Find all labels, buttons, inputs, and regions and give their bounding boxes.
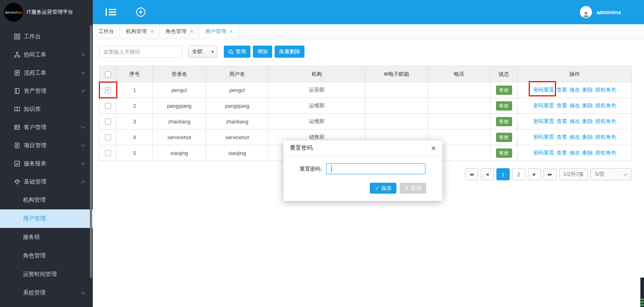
search-input[interactable] [99,46,182,58]
delete-link[interactable]: 删除 [582,118,593,124]
row-checkbox[interactable] [105,134,111,140]
cell-username: pangqiang [206,98,269,114]
batch-delete-button[interactable]: 批量删除 [275,46,304,58]
header-org: 机构 [269,66,365,82]
submenu-item-org-management[interactable]: 机构管理 [0,191,93,209]
edit-link[interactable]: 修改 [569,150,580,156]
select-all-checkbox[interactable] [105,71,111,77]
brand-logo[interactable]: Servicehot [4,3,23,22]
brand-area: Servicehot IT服务运营管理平台 [0,0,93,24]
reset-password-link[interactable]: 密码重置 [533,87,554,93]
x-icon: ✕ [404,185,409,191]
add-button[interactable]: 增加 [253,46,272,58]
table-row[interactable]: ✓ 1 pengcl pengcl 运营部 有效 密码重置查看修改删除授权角色 [100,82,632,98]
edit-link[interactable]: 修改 [569,134,580,140]
header-login: 登录名 [153,66,206,82]
submenu-item-role-management[interactable]: 角色管理 [0,246,93,265]
reset-password-link[interactable]: 密码重置 [533,134,554,140]
query-button[interactable]: 查询 [224,46,250,58]
cell-login: pangqiang [153,98,206,114]
close-icon[interactable]: × [190,29,193,34]
tab-workbench[interactable]: 工作台 [93,24,120,39]
cell-login: xiaojing [153,145,206,161]
grant-role-link[interactable]: 授权角色 [595,134,616,140]
sidebar-item-assets[interactable]: 资产管理 [0,82,93,100]
sidebar-item-projects[interactable]: 项目管理 [0,136,93,155]
grant-role-link[interactable]: 授权角色 [595,87,616,93]
grant-role-link[interactable]: 授权角色 [595,102,616,109]
grant-role-link[interactable]: 授权角色 [595,150,616,156]
submenu-item-operation-time[interactable]: 运营时间管理 [0,265,93,284]
delete-link[interactable]: 删除 [582,134,593,140]
sidebar-item-label: 基础管理 [24,178,82,186]
sidebar-item-process-tickets[interactable]: 流程工单 [0,64,93,82]
cell-actions: 密码重置查看修改删除授权角色 [518,82,632,98]
close-icon[interactable]: × [150,29,154,34]
row-checkbox[interactable] [105,119,111,125]
view-link[interactable]: 查看 [556,150,567,156]
sidebar-item-reports[interactable]: 服务报表 [0,155,93,173]
reset-password-link[interactable]: 密码重置 [533,102,554,109]
delete-link[interactable]: 删除 [582,150,593,156]
edit-link[interactable]: 修改 [569,118,580,124]
grant-role-link[interactable]: 授权角色 [595,118,616,124]
save-button[interactable]: ✓ 保存 [370,183,396,194]
table-row[interactable]: 3 zhanliang zhanliang 运维部 有效 密码重置查看修改删除授… [100,114,632,129]
modal-body: 重置密码: [283,156,442,177]
cell-email [365,114,428,129]
page-button-1[interactable]: 1 [496,168,510,180]
row-checkbox-checked[interactable]: ✓ [105,87,111,93]
close-icon[interactable]: × [229,29,233,34]
reset-password-input[interactable] [326,163,425,174]
filter-select[interactable]: 全部 ▾ [188,46,217,58]
cell-login: pengcl [153,82,206,98]
add-new-icon[interactable] [136,7,146,17]
view-link[interactable]: 查看 [556,102,567,109]
view-link[interactable]: 查看 [556,87,567,93]
delete-link[interactable]: 删除 [582,87,593,93]
avatar[interactable] [580,6,592,18]
sidebar-item-workbench[interactable]: 工作台 [0,27,93,46]
sidebar-item-basic-management[interactable]: 基础管理 [0,173,93,191]
tab-user-management[interactable]: 用户管理 × [199,24,239,39]
cell-org: 运维部 [269,114,365,129]
submenu-item-user-management[interactable]: 用户管理 [0,209,93,228]
view-link[interactable]: 查看 [556,118,567,124]
last-page-button[interactable]: ▶▶ [544,168,557,180]
cell-status: 有效 [490,82,518,98]
cancel-button[interactable]: ✕ 取消 [400,183,426,194]
close-icon[interactable]: × [431,144,436,152]
next-page-button[interactable]: ▶ [528,168,541,180]
view-link[interactable]: 查看 [556,134,567,140]
row-checkbox[interactable] [105,150,111,156]
submenu-item-service-group[interactable]: 服务组 [0,228,93,246]
sidebar-item-customers[interactable]: 客户管理 [0,118,93,136]
header-username: 用户名 [206,66,269,82]
delete-link[interactable]: 删除 [582,102,593,109]
row-checkbox[interactable] [105,103,111,109]
edit-link[interactable]: 修改 [569,102,580,109]
sidebar-item-label: 协同工单 [24,51,82,58]
tab-org-management[interactable]: 机构管理 × [120,24,160,39]
first-page-button[interactable]: ◀◀ [465,168,478,180]
reset-password-link[interactable]: 密码重置 [533,118,554,124]
status-badge: 有效 [496,133,512,142]
page-size-select[interactable]: 5/页 [590,168,631,180]
sidebar-item-label: 资产管理 [24,88,82,95]
sidebar-item-collab-tickets[interactable]: 协同工单 [0,46,93,64]
sidebar-item-label: 流程工单 [24,69,82,77]
tab-role-management[interactable]: 角色管理 × [160,24,199,39]
table-row[interactable]: 2 pangqiang pangqiang 运维部 有效 密码重置查看修改删除授… [100,98,632,114]
filter-value: 全部 [192,48,202,55]
logo-hot-text: hot [17,10,22,15]
page-button-2[interactable]: 2 [512,168,525,180]
edit-link[interactable]: 修改 [569,87,580,93]
sidebar-scrollbar[interactable] [90,25,92,278]
sidebar-item-knowledge-base[interactable]: 知识库 [0,100,93,118]
reset-password-link[interactable]: 密码重置 [533,150,554,156]
prev-page-button[interactable]: ◀ [481,168,494,180]
username[interactable]: admin#nx [596,9,621,15]
submenu-item-system-management[interactable]: 系统管理 [0,284,93,302]
edge-bar [641,299,644,300]
sidebar-toggle-icon[interactable] [106,8,116,16]
